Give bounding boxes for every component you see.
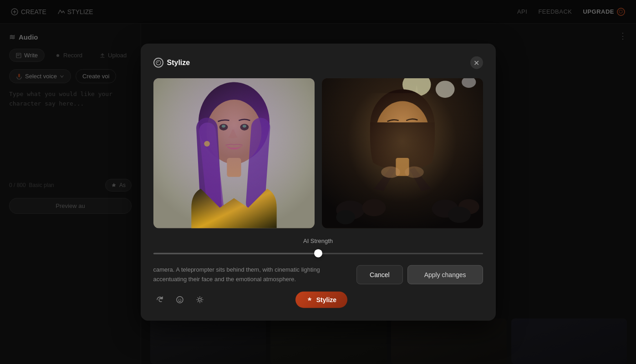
apply-changes-button[interactable]: Apply changes	[407, 265, 483, 284]
svg-point-41	[198, 298, 201, 301]
svg-rect-18	[198, 122, 225, 222]
svg-point-14	[221, 125, 225, 127]
settings-icon[interactable]	[193, 293, 206, 306]
svg-rect-21	[322, 78, 483, 228]
svg-rect-16	[195, 117, 223, 228]
slider-thumb[interactable]	[314, 249, 322, 258]
original-image	[153, 78, 315, 228]
refresh-icon[interactable]	[153, 293, 166, 306]
svg-point-32	[376, 101, 429, 162]
svg-point-40	[180, 298, 181, 299]
stylize-btn-icon	[306, 296, 313, 303]
original-image-content	[153, 78, 315, 228]
svg-point-20	[204, 141, 209, 147]
modal-toolbar: Stylize	[153, 291, 348, 308]
svg-point-8	[156, 61, 161, 65]
stylize-modal: Stylize ✕	[141, 44, 496, 321]
modal-action-buttons: Cancel Apply changes	[356, 265, 483, 284]
svg-point-10	[198, 82, 269, 163]
svg-point-33	[389, 124, 397, 130]
image-comparison	[153, 78, 483, 228]
svg-point-39	[178, 298, 179, 299]
stylized-image-content	[322, 78, 483, 228]
modal-header: Stylize ✕	[153, 56, 483, 69]
svg-rect-17	[245, 117, 270, 213]
svg-point-11	[206, 100, 261, 164]
ai-strength-section: AI Strength	[153, 238, 483, 258]
svg-point-38	[177, 296, 183, 303]
svg-point-26	[362, 199, 386, 216]
svg-rect-9	[153, 78, 315, 228]
svg-point-34	[408, 124, 416, 130]
ai-strength-slider[interactable]	[153, 249, 483, 258]
svg-point-31	[370, 89, 435, 160]
toolbar-icons	[153, 293, 206, 306]
svg-point-12	[219, 124, 228, 131]
ai-strength-label: AI Strength	[153, 238, 483, 244]
svg-point-23	[435, 81, 454, 97]
svg-rect-35	[396, 158, 409, 176]
cancel-button[interactable]: Cancel	[356, 265, 403, 284]
modal-title: Stylize	[153, 58, 190, 68]
emotion-icon[interactable]	[173, 293, 186, 306]
slider-fill	[153, 253, 318, 254]
modal-description: camera. A teleprompter sits behind them,…	[153, 265, 348, 308]
svg-point-29	[336, 210, 355, 224]
svg-point-30	[448, 207, 470, 222]
svg-point-36	[381, 167, 400, 178]
svg-point-37	[405, 167, 424, 178]
description-text: camera. A teleprompter sits behind them,…	[153, 265, 348, 284]
modal-bottom: camera. A teleprompter sits behind them,…	[153, 265, 483, 308]
svg-point-15	[242, 125, 246, 127]
modal-close-button[interactable]: ✕	[470, 56, 483, 69]
stylize-modal-icon	[153, 58, 163, 68]
svg-rect-19	[227, 158, 241, 177]
stylized-image	[322, 78, 483, 228]
slider-track	[153, 253, 483, 254]
stylize-action-button[interactable]: Stylize	[295, 291, 347, 308]
svg-point-13	[240, 124, 249, 131]
